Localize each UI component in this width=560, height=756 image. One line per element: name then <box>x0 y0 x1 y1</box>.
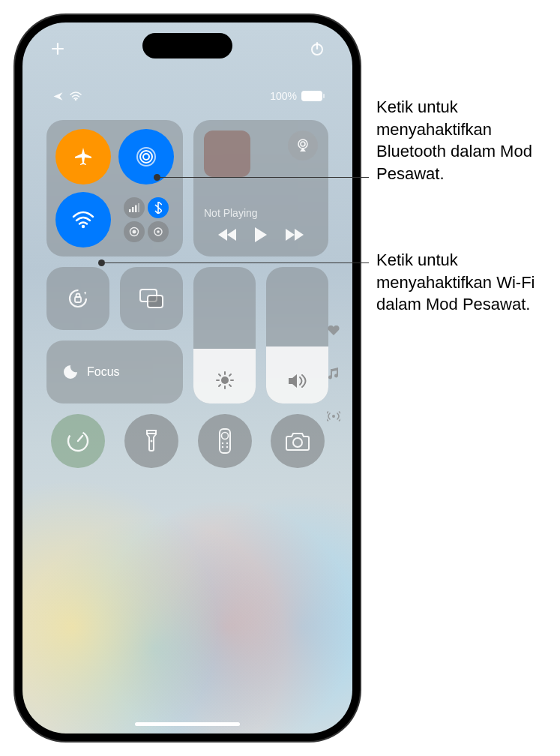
screen-mirroring-button[interactable] <box>120 267 183 330</box>
callout-line-bluetooth <box>157 177 369 178</box>
media-status-label: Not Playing <box>204 207 318 219</box>
svg-point-16 <box>70 290 86 307</box>
svg-rect-8 <box>135 206 137 213</box>
svg-point-15 <box>298 140 307 148</box>
svg-rect-7 <box>132 207 134 212</box>
cellular-icon <box>129 203 139 212</box>
connectivity-page-icon[interactable] <box>327 411 340 422</box>
svg-point-24 <box>221 433 228 440</box>
play-button[interactable] <box>253 226 268 243</box>
flashlight-button[interactable] <box>124 414 178 468</box>
media-panel[interactable]: Not Playing <box>193 120 328 256</box>
svg-point-28 <box>226 446 227 448</box>
brightness-slider[interactable] <box>193 267 256 404</box>
favorites-page-icon[interactable] <box>328 326 340 336</box>
airplane-mode-toggle[interactable] <box>55 129 111 184</box>
svg-rect-6 <box>129 209 131 212</box>
apple-tv-remote-button[interactable] <box>198 414 252 468</box>
flashlight-cell <box>120 414 183 477</box>
svg-point-14 <box>301 142 305 146</box>
satellite-toggle[interactable] <box>148 221 169 242</box>
camera-cell <box>266 414 328 477</box>
battery-percent: 100% <box>270 90 297 102</box>
orientation-lock-button[interactable] <box>46 267 109 330</box>
bluetooth-icon <box>154 202 162 214</box>
focus-button[interactable]: Focus <box>46 340 183 404</box>
camera-button[interactable] <box>271 414 325 468</box>
svg-point-1 <box>75 99 76 100</box>
camera-icon <box>285 430 310 452</box>
music-page-icon[interactable] <box>328 368 339 380</box>
svg-point-20 <box>221 376 229 384</box>
svg-point-30 <box>332 415 335 418</box>
svg-point-22 <box>151 440 153 442</box>
svg-point-5 <box>82 225 85 228</box>
status-bar: 100% <box>22 90 352 102</box>
svg-point-3 <box>140 151 152 163</box>
svg-point-26 <box>226 442 227 444</box>
moon-icon <box>60 363 78 381</box>
cellular-toggle[interactable] <box>124 197 145 218</box>
timer-cell <box>46 414 109 477</box>
bluetooth-toggle[interactable] <box>148 197 169 218</box>
wifi-mini-icon <box>70 92 82 100</box>
callout-bluetooth: Ketik untuk menyahaktifkan Bluetooth dal… <box>376 96 556 185</box>
page-indicators[interactable] <box>327 326 340 422</box>
remote-cell <box>193 414 256 477</box>
flashlight-icon <box>145 428 158 454</box>
home-indicator[interactable] <box>135 722 240 726</box>
dynamic-island <box>142 33 232 58</box>
svg-point-27 <box>221 446 223 448</box>
hotspot-icon <box>128 226 140 238</box>
svg-rect-17 <box>75 297 81 302</box>
svg-point-2 <box>143 154 149 160</box>
timer-button[interactable] <box>51 414 105 468</box>
volume-slider[interactable] <box>266 267 328 404</box>
battery-icon <box>301 91 322 101</box>
power-button[interactable] <box>307 39 327 58</box>
screen-mirroring-icon <box>139 288 164 309</box>
previous-track-button[interactable] <box>218 228 238 242</box>
callout-wifi: Ketik untuk menyahaktifkan Wi-Fi dalam M… <box>376 249 556 316</box>
svg-rect-9 <box>138 203 139 212</box>
brightness-icon <box>215 370 235 390</box>
timer-icon <box>65 428 91 454</box>
add-button[interactable] <box>48 39 67 58</box>
airdrop-icon <box>135 146 157 168</box>
orientation-lock-icon <box>66 286 90 310</box>
album-art-placeholder <box>204 130 250 177</box>
airplane-mini-icon <box>52 91 64 102</box>
wifi-icon <box>72 211 94 229</box>
svg-rect-19 <box>148 296 163 308</box>
wifi-toggle[interactable] <box>55 192 111 248</box>
satellite-icon <box>153 226 163 237</box>
airdrop-toggle[interactable] <box>118 129 174 184</box>
airplane-icon <box>72 146 94 168</box>
connectivity-cluster[interactable] <box>118 192 174 248</box>
iphone-device-frame: 100% <box>15 15 360 741</box>
callout-line-wifi <box>102 262 369 263</box>
remote-icon <box>219 428 231 454</box>
control-center-screen: 100% <box>22 22 352 734</box>
hotspot-toggle[interactable] <box>124 221 145 242</box>
next-track-button[interactable] <box>284 228 304 242</box>
connectivity-panel[interactable] <box>46 120 183 256</box>
focus-label: Focus <box>87 365 120 379</box>
svg-point-10 <box>133 230 136 234</box>
svg-point-25 <box>221 442 223 444</box>
svg-point-13 <box>157 230 160 233</box>
volume-icon <box>287 372 308 390</box>
control-center-grid: Not Playing <box>46 120 328 477</box>
airplay-icon <box>295 139 310 152</box>
airplay-audio-button[interactable] <box>288 130 318 160</box>
svg-point-29 <box>293 438 302 447</box>
